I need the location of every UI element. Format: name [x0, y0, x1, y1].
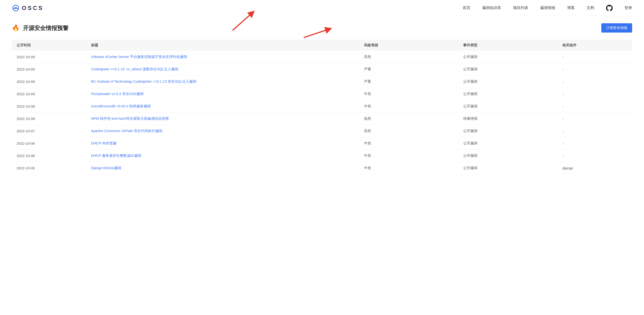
cell-date: 2022-10-09	[12, 51, 86, 63]
cell-date: 2022-10-09	[12, 88, 86, 100]
table-row[interactable]: 2022-10-09PicUploader v2.6.3 存在XSS漏洞中危公开…	[12, 88, 632, 100]
logo-text: OSCS	[22, 5, 44, 12]
cell-type: 投毒情报	[458, 113, 558, 125]
cell-type: 公开漏洞	[458, 125, 558, 137]
title-link[interactable]: PicUploader v2.6.3 存在XSS漏洞	[91, 92, 144, 96]
logo-icon	[12, 4, 20, 12]
cell-component: -	[558, 150, 632, 162]
github-icon[interactable]	[606, 5, 613, 12]
title-link[interactable]: DHCP 内存泄漏	[91, 141, 116, 145]
cell-title: CodeIgniter <=3.1.13 `or_where`函数存在SQL注入…	[86, 63, 359, 76]
table-row[interactable]: 2022-10-08NPM 组件包 test-hach存在获取主机敏感信息危害低…	[12, 113, 632, 125]
title-row: 🔥 开源安全情报预警 订阅安全情报	[12, 23, 632, 33]
table-row[interactable]: 2022-10-09BC Institute of Technology Cod…	[12, 76, 632, 88]
cell-date: 2022-10-06	[12, 150, 86, 162]
cell-date: 2022-10-09	[12, 76, 86, 88]
cell-risk: 中危	[359, 100, 458, 113]
table-row[interactable]: 2022-10-07Apache Commons JXPath 存在代码执行漏洞…	[12, 125, 632, 137]
table-row[interactable]: 2022-10-09VMware vCenter Server 平台服务控制器不…	[12, 51, 632, 63]
cell-component: django	[558, 162, 632, 174]
nav-item-docs[interactable]: 文档	[586, 6, 594, 11]
nav-item-home[interactable]: 首页	[463, 6, 470, 11]
nav-item-intel[interactable]: 漏洞情报	[540, 6, 555, 11]
cell-date: 2022-10-08	[12, 100, 86, 113]
cell-type: 公开漏洞	[458, 162, 558, 174]
cell-date: 2022-10-09	[12, 63, 86, 76]
cell-date: 2022-10-06	[12, 137, 86, 150]
title-link[interactable]: CodeIgniter <=3.1.13 `or_where`函数存在SQL注入…	[91, 67, 178, 71]
table-row[interactable]: 2022-10-09CodeIgniter <=3.1.13 `or_where…	[12, 63, 632, 76]
cell-type: 公开漏洞	[458, 150, 558, 162]
cell-component: -	[558, 113, 632, 125]
cell-title: DHCP 服务器存在整数溢出漏洞	[86, 150, 359, 162]
cell-title: nocodb/nocodb <0.92.0 拒绝服务漏洞	[86, 100, 359, 113]
cell-component: -	[558, 125, 632, 137]
title-link[interactable]: nocodb/nocodb <0.92.0 拒绝服务漏洞	[91, 104, 151, 108]
cell-risk: 中危	[359, 150, 458, 162]
main: 🔥 开源安全情报预警 订阅安全情报 公开时间 标题 风险等级 事件类型 相关组件…	[0, 16, 644, 181]
nav-item-blog[interactable]: 博客	[567, 6, 575, 11]
nav-item-projects[interactable]: 项目列表	[513, 6, 528, 11]
table-row[interactable]: 2022-10-06DHCP 内存泄漏中危公开漏洞-	[12, 137, 632, 150]
cell-type: 公开漏洞	[458, 137, 558, 150]
cell-risk: 严重	[359, 76, 458, 88]
nav-item-knowledge[interactable]: 漏洞知识库	[482, 6, 501, 11]
cell-title: VMware vCenter Server 平台服务控制器不安全反序列化漏洞	[86, 51, 359, 63]
cell-component: -	[558, 100, 632, 113]
cell-title: NPM 组件包 test-hach存在获取主机敏感信息危害	[86, 113, 359, 125]
th-component: 相关组件	[558, 40, 632, 51]
cell-risk: 严重	[359, 63, 458, 76]
th-date: 公开时间	[12, 40, 86, 51]
svg-point-1	[15, 7, 16, 9]
title-link[interactable]: Django ReDos漏洞	[91, 166, 122, 170]
cell-risk: 低危	[359, 113, 458, 125]
page-title: 开源安全情报预警	[23, 24, 68, 32]
cell-date: 2022-10-08	[12, 113, 86, 125]
title-link[interactable]: BC Institute of Technology CodeIgniter <…	[91, 79, 196, 83]
cell-component: -	[558, 137, 632, 150]
header: OSCS 首页 漏洞知识库 项目列表 漏洞情报 博客 文档 登录	[0, 0, 644, 16]
title-link[interactable]: Apache Commons JXPath 存在代码执行漏洞	[91, 129, 162, 133]
cell-date: 2022-10-07	[12, 125, 86, 137]
table-header-row: 公开时间 标题 风险等级 事件类型 相关组件	[12, 40, 632, 51]
cell-title: DHCP 内存泄漏	[86, 137, 359, 150]
title-left: 🔥 开源安全情报预警	[12, 24, 68, 32]
table-row[interactable]: 2022-10-06DHCP 服务器存在整数溢出漏洞中危公开漏洞-	[12, 150, 632, 162]
main-nav: 首页 漏洞知识库 项目列表 漏洞情报 博客 文档 登录	[463, 5, 632, 12]
table-row[interactable]: 2022-10-05Django ReDos漏洞中危公开漏洞django	[12, 162, 632, 174]
title-link[interactable]: NPM 组件包 test-hach存在获取主机敏感信息危害	[91, 116, 169, 120]
cell-component: -	[558, 63, 632, 76]
table-row[interactable]: 2022-10-08nocodb/nocodb <0.92.0 拒绝服务漏洞中危…	[12, 100, 632, 113]
th-risk: 风险等级	[359, 40, 458, 51]
cell-type: 公开漏洞	[458, 88, 558, 100]
th-title: 标题	[86, 40, 359, 51]
subscribe-button[interactable]: 订阅安全情报	[601, 23, 632, 33]
cell-risk: 中危	[359, 162, 458, 174]
title-link[interactable]: DHCP 服务器存在整数溢出漏洞	[91, 153, 141, 158]
cell-title: Django ReDos漏洞	[86, 162, 359, 174]
th-type: 事件类型	[458, 40, 558, 51]
cell-type: 公开漏洞	[458, 51, 558, 63]
title-link[interactable]: VMware vCenter Server 平台服务控制器不安全反序列化漏洞	[91, 55, 187, 59]
cell-risk: 中危	[359, 88, 458, 100]
cell-title: BC Institute of Technology CodeIgniter <…	[86, 76, 359, 88]
cell-type: 公开漏洞	[458, 100, 558, 113]
cell-type: 公开漏洞	[458, 76, 558, 88]
cell-risk: 高危	[359, 125, 458, 137]
intel-table: 公开时间 标题 风险等级 事件类型 相关组件 2022-10-09VMware …	[12, 40, 632, 174]
nav-item-login[interactable]: 登录	[624, 6, 632, 11]
cell-risk: 中危	[359, 137, 458, 150]
cell-component: -	[558, 88, 632, 100]
cell-title: PicUploader v2.6.3 存在XSS漏洞	[86, 88, 359, 100]
fire-icon: 🔥	[12, 24, 20, 32]
cell-title: Apache Commons JXPath 存在代码执行漏洞	[86, 125, 359, 137]
cell-type: 公开漏洞	[458, 63, 558, 76]
cell-risk: 高危	[359, 51, 458, 63]
logo[interactable]: OSCS	[12, 4, 44, 12]
cell-component: -	[558, 51, 632, 63]
cell-component: -	[558, 76, 632, 88]
cell-date: 2022-10-05	[12, 162, 86, 174]
